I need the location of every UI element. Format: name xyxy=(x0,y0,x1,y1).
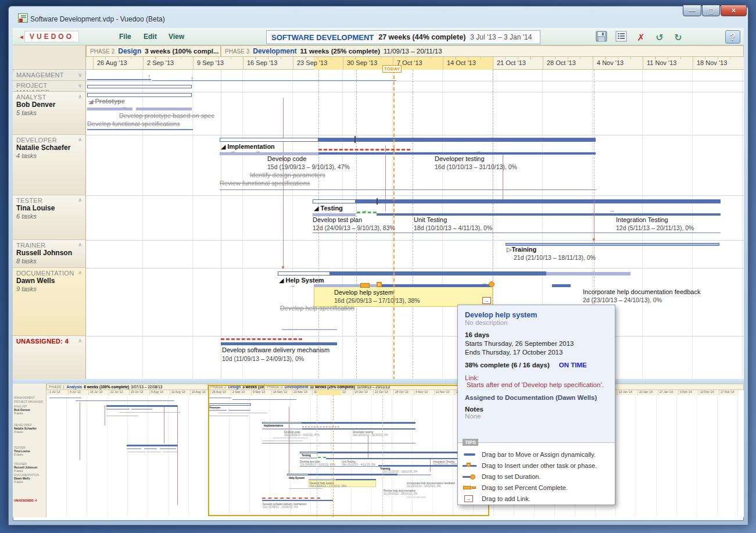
task-label[interactable]: Develop software delivery mechanism xyxy=(222,346,329,353)
chevron-down-icon[interactable]: ∨ xyxy=(78,83,82,88)
project-stats: 27 weeks (44% complete) xyxy=(378,33,465,41)
help-system-summary-bar[interactable] xyxy=(330,271,546,276)
duration-handle-icon xyxy=(463,473,478,480)
menu-edit[interactable]: Edit xyxy=(144,33,157,41)
minimize-button[interactable]: — xyxy=(683,5,701,16)
list-view-icon[interactable] xyxy=(614,31,629,45)
minimap-week-cell: 15 Jul '13 xyxy=(88,390,109,395)
sidebar-item-developer[interactable]: DEVELOPER Natalie Schaefer 4 tasks ∧ xyxy=(13,135,86,195)
splitter[interactable] xyxy=(13,379,744,384)
arrow-down-icon: ▼ xyxy=(592,237,596,243)
selected-task-bar[interactable] xyxy=(314,284,382,287)
week-cell: 26 Aug '13 xyxy=(93,57,143,70)
task-bar[interactable] xyxy=(377,213,721,216)
prototype-summary-bar[interactable] xyxy=(87,93,192,97)
today-line xyxy=(393,70,395,380)
group-label-implementation[interactable]: ◢ Implementation xyxy=(221,143,275,151)
implementation-summary-bar[interactable] xyxy=(220,138,318,142)
delete-icon[interactable]: ✗ xyxy=(633,31,648,45)
task-label[interactable]: Review functional specifications xyxy=(220,180,310,187)
task-label[interactable]: Incorporate help documentation feedback xyxy=(583,288,700,295)
minimap-label: 5 tasks xyxy=(14,412,23,415)
minimap-viewport[interactable] xyxy=(208,385,489,516)
task-bar[interactable] xyxy=(221,342,337,345)
week-cell: 9 Sep '13 xyxy=(193,57,243,70)
undo-icon[interactable]: ↺ xyxy=(652,31,667,45)
selected-task-bar[interactable] xyxy=(382,284,493,287)
task-label[interactable]: Unit Testing xyxy=(414,216,447,223)
menu-view[interactable]: View xyxy=(169,33,184,41)
task-label[interactable]: Develop functional specifications xyxy=(87,120,180,127)
task-bar[interactable] xyxy=(87,85,192,88)
insert-handle[interactable] xyxy=(377,282,382,287)
task-bar[interactable] xyxy=(136,108,192,110)
sidebar-item-documentation[interactable]: DOCUMENTATION Dawn Wells 9 tasks ∧ xyxy=(13,268,86,336)
task-bar[interactable] xyxy=(552,284,571,287)
task-label[interactable]: Developer testing xyxy=(435,155,485,162)
summary-expanded-icon[interactable]: ◢ xyxy=(314,205,318,212)
implementation-summary-bar[interactable] xyxy=(318,138,596,142)
testing-summary-bar[interactable] xyxy=(313,199,356,203)
phase-3-header[interactable]: PHASE 3 Development 11 weeks (25% comple… xyxy=(221,45,744,57)
sidebar-item-management[interactable]: MANAGEMENT ∨ xyxy=(13,70,86,81)
add-link-handle[interactable]: → xyxy=(482,297,491,304)
task-label[interactable]: Develop help specification xyxy=(280,305,354,312)
tooltip-link-label: Link: xyxy=(465,374,608,381)
project-summary-box[interactable]: SOFTWARE DEVELOPMENT 27 weeks (44% compl… xyxy=(266,30,540,44)
percent-complete-handle[interactable] xyxy=(360,283,370,288)
task-label[interactable]: Develop prototype based on spec xyxy=(119,112,214,119)
summary-expanded-icon[interactable]: ◢ xyxy=(221,143,225,150)
group-label-prototype[interactable]: ◢ Prototype xyxy=(88,98,125,105)
tooltip-tips-section: TIPS Drag bar to Move or Assign dynamica… xyxy=(458,442,615,505)
summary-expanded-icon[interactable]: ◢ xyxy=(88,98,93,105)
phase-3-dates: 11/09/13 – 20/11/13 xyxy=(384,48,442,55)
task-label[interactable]: Integration Testing xyxy=(616,216,668,223)
sidebar-item-analyst[interactable]: ANALYST Bob Denver 5 tasks ∧ xyxy=(13,92,86,135)
chevron-down-icon[interactable]: ∨ xyxy=(78,72,82,78)
help-system-summary-bar[interactable] xyxy=(278,271,330,276)
tooltip-status: ON TIME xyxy=(559,362,587,369)
duration-handle[interactable] xyxy=(489,281,495,287)
group-label-testing[interactable]: ◢ Testing xyxy=(314,205,343,212)
chevron-up-icon[interactable]: ∧ xyxy=(78,94,82,99)
task-bar[interactable] xyxy=(318,152,596,155)
arrow-right-icon: → xyxy=(121,103,127,109)
project-title: SOFTWARE DEVELOPMENT xyxy=(271,33,374,42)
tip-text: Drag to set Duration. xyxy=(482,473,541,480)
task-label[interactable]: Develop test plan xyxy=(313,216,362,223)
today-badge: TODAY xyxy=(382,65,402,73)
summary-expanded-icon[interactable]: ◢ xyxy=(279,277,284,284)
menu-file[interactable]: File xyxy=(119,33,131,41)
app-logo[interactable]: VUEDOO xyxy=(24,31,79,42)
minimap-label: 4 tasks xyxy=(14,430,23,434)
maximize-button[interactable]: ▢ xyxy=(702,5,720,16)
arrow-right-icon: → xyxy=(289,282,296,288)
chevron-up-icon[interactable]: ∧ xyxy=(78,137,82,142)
chevron-up-icon[interactable]: ∧ xyxy=(78,242,82,248)
task-meta: 21d (21/10/13 – 18/11/13), 0% xyxy=(514,254,596,261)
help-button[interactable]: ? xyxy=(725,30,740,44)
task-label[interactable]: Identify design parameters xyxy=(250,171,325,178)
chevron-up-icon[interactable]: ∧ xyxy=(78,197,82,203)
task-label[interactable]: Develop code xyxy=(267,155,306,162)
minimap-week-cell: 20 Jan '14 xyxy=(637,390,658,395)
task-label[interactable]: Develop help system xyxy=(334,289,393,296)
sidebar-item-tester[interactable]: TESTER Tina Louise 6 tasks ∧ xyxy=(13,195,86,240)
phase-2-header[interactable]: PHASE 2 Design 3 weeks (100% compl... xyxy=(86,45,221,57)
group-label-help-system[interactable]: ◢ Help System xyxy=(279,277,324,284)
group-label-training[interactable]: ▷Training xyxy=(507,246,536,253)
testing-summary-bar[interactable] xyxy=(356,199,721,203)
back-icon[interactable]: ◄ xyxy=(19,34,24,40)
help-system-summary-bar[interactable] xyxy=(546,272,630,276)
save-icon[interactable] xyxy=(594,31,609,45)
redo-icon[interactable]: ↻ xyxy=(671,31,686,45)
chevron-up-icon[interactable]: ∧ xyxy=(78,270,82,276)
training-bar[interactable] xyxy=(506,243,719,246)
close-button[interactable]: ✕ xyxy=(721,5,747,16)
arrow-right-icon: → xyxy=(609,207,615,213)
sidebar-item-unassigned[interactable]: UNASSIGNED: 4 ∧ xyxy=(13,336,86,380)
chevron-up-icon[interactable]: ∧ xyxy=(78,338,82,344)
insert-handle-icon xyxy=(463,462,478,469)
sidebar-item-project-manager[interactable]: PROJECT MANAGER ∨ xyxy=(13,81,86,92)
sidebar-item-trainer[interactable]: TRAINER Russell Johnson 8 tasks ∧ xyxy=(13,240,86,268)
